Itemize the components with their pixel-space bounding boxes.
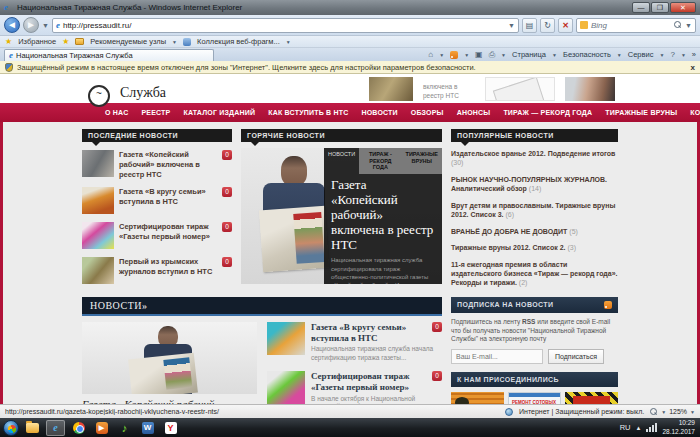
stop-button[interactable]: ✕: [558, 18, 573, 33]
nav-news[interactable]: НОВОСТИ: [361, 109, 397, 116]
nav-contacts[interactable]: КОНТАКТЫ: [690, 109, 700, 116]
taskbar-clock[interactable]: 10:29 28.12.2017: [662, 419, 697, 436]
refresh-button[interactable]: ↻: [540, 18, 555, 33]
hero-headline[interactable]: Газета «Копейский рабочий» включена в ре…: [331, 178, 436, 253]
news-title[interactable]: Сертифицирован тираж «Газеты первый номе…: [311, 371, 428, 393]
overflow-chevron[interactable]: »: [692, 50, 696, 59]
comment-badge[interactable]: 0: [222, 150, 232, 160]
taskbar-yandex-icon[interactable]: Y: [161, 420, 180, 436]
header-slide-image[interactable]: [369, 77, 413, 101]
info-bar-close-icon[interactable]: x: [691, 63, 695, 72]
popular-title[interactable]: ВРАНЬЁ ДО ДОБРА НЕ ДОВОДИТ: [451, 228, 567, 235]
featured-caption[interactable]: Газета «Копейский рабочий»: [82, 398, 257, 404]
comment-badge[interactable]: 0: [222, 257, 232, 267]
taskbar-ie-icon[interactable]: e: [46, 420, 65, 436]
history-dropdown[interactable]: ▼: [42, 22, 49, 29]
favorites-button[interactable]: Избранное: [18, 37, 56, 46]
site-logo-text[interactable]: Служба: [120, 85, 166, 101]
partner-banner[interactable]: [451, 392, 504, 404]
hero-tab-news[interactable]: НОВОСТИ: [324, 148, 359, 174]
popular-title[interactable]: Врут детям и православным. Тиражные врун…: [451, 202, 615, 218]
nav-announcements[interactable]: АНОНСЫ: [457, 109, 491, 116]
network-icon[interactable]: [646, 423, 657, 432]
zoom-control[interactable]: ▼ 125% ▼: [650, 408, 695, 416]
suggested-sites-dropdown[interactable]: ▼: [172, 39, 177, 45]
comment-badge[interactable]: 0: [432, 322, 442, 332]
nav-catalog[interactable]: КАТАЛОГ ИЗДАНИЙ: [183, 109, 255, 116]
rss-link[interactable]: RSS: [522, 318, 535, 325]
help-icon[interactable]: ?: [670, 51, 674, 59]
safety-dropdown[interactable]: ▼: [617, 52, 622, 58]
popular-title[interactable]: Издательское вранье 2012. Подведение ито…: [451, 150, 615, 157]
news-title[interactable]: Сертифицирован тираж «Газеты первый номе…: [119, 222, 217, 242]
nav-reviews[interactable]: ОБЗОРЫ: [411, 109, 444, 116]
list-item[interactable]: Тиражные вруны 2012. Список 2. (3): [451, 243, 618, 252]
address-url[interactable]: http://pressaudit.ru/: [63, 21, 505, 30]
news-section-header[interactable]: НОВОСТИ»: [82, 297, 442, 316]
web-slices-link[interactable]: Коллекция веб-фрагм...: [197, 37, 280, 46]
taskbar-media-player-icon[interactable]: ▶: [92, 420, 111, 436]
help-dropdown[interactable]: ▼: [681, 52, 686, 58]
taskbar-word-icon[interactable]: W: [138, 420, 157, 436]
nav-record-of-year[interactable]: ТИРАЖ — РЕКОРД ГОДА: [503, 109, 592, 116]
nav-how-to-join[interactable]: КАК ВСТУПИТЬ В НТС: [268, 109, 348, 116]
language-indicator[interactable]: RU: [620, 423, 631, 432]
search-box[interactable]: Bing ▼: [576, 18, 696, 33]
forward-button[interactable]: ►: [23, 17, 39, 33]
home-dropdown[interactable]: ▼: [439, 52, 444, 58]
news-thumbnail[interactable]: [267, 371, 305, 404]
tools-menu[interactable]: Сервис: [628, 50, 654, 59]
rss-dropdown[interactable]: ▼: [464, 52, 469, 58]
print-icon[interactable]: ⎙: [489, 51, 495, 59]
search-icon[interactable]: [674, 21, 682, 29]
partner-banner[interactable]: [565, 392, 618, 404]
hero-article[interactable]: НОВОСТИ ТИРАЖ - РЕКОРД ГОДА ТИРАЖНЫЕ ВРУ…: [241, 148, 442, 284]
header-slide-sketch[interactable]: [485, 77, 555, 101]
news-title[interactable]: Газета «В кругу семьи» вступила в НТС: [119, 187, 217, 207]
home-icon[interactable]: ⌂: [428, 51, 433, 59]
popular-title[interactable]: 11-я ежегодная премия в области издатель…: [451, 261, 618, 287]
compatibility-view-button[interactable]: ▤: [522, 18, 537, 33]
suggested-sites-link[interactable]: Рекомендуемые узлы: [90, 37, 166, 46]
view-dropdown[interactable]: ▼: [661, 409, 666, 415]
partner-banner[interactable]: РЕМОНТ СОТОВЫХ: [508, 392, 561, 404]
print-dropdown[interactable]: ▼: [501, 52, 506, 58]
page-dropdown[interactable]: ▼: [552, 52, 557, 58]
nav-liars[interactable]: ТИРАЖНЫЕ ВРУНЫ: [605, 109, 677, 116]
list-item[interactable]: 11-я ежегодная премия в области издатель…: [451, 260, 618, 288]
news-thumbnail[interactable]: [82, 150, 114, 177]
news-thumbnail[interactable]: [267, 322, 305, 355]
nav-about[interactable]: О НАС: [105, 109, 128, 116]
address-field[interactable]: e http://pressaudit.ru/ ▼: [52, 18, 519, 33]
add-favorite-icon[interactable]: ★: [62, 38, 69, 46]
hero-tab-record[interactable]: ТИРАЖ - РЕКОРД ГОДА: [359, 148, 401, 174]
list-item[interactable]: Сертифицирован тираж «Газеты первый номе…: [267, 371, 442, 404]
news-thumbnail[interactable]: [82, 257, 114, 284]
news-thumbnail[interactable]: [82, 222, 114, 249]
subscribe-button[interactable]: Подписаться: [548, 349, 604, 364]
news-title[interactable]: Газета «Копейский рабочий» включена в ре…: [119, 150, 217, 179]
start-button[interactable]: [3, 420, 19, 436]
news-title[interactable]: Газета «В кругу семьи» вступила в НТС: [311, 322, 428, 344]
featured-article[interactable]: Газета «Копейский рабочий»: [82, 322, 257, 404]
browser-tab[interactable]: e Национальная Тиражная Служба: [4, 49, 214, 61]
header-slide-caption[interactable]: включена в реестр НТС: [423, 83, 475, 101]
list-item[interactable]: Сертифицирован тираж «Газеты первый номе…: [82, 222, 232, 249]
header-slide-photo[interactable]: [565, 77, 615, 101]
list-item[interactable]: ВРАНЬЁ ДО ДОБРА НЕ ДОВОДИТ (5): [451, 227, 618, 236]
rss-icon[interactable]: [450, 51, 458, 59]
comment-badge[interactable]: 0: [222, 187, 232, 197]
list-item[interactable]: Газета «В кругу семьи» вступила в НТС 0: [82, 187, 232, 214]
search-dropdown[interactable]: ▼: [685, 22, 692, 29]
list-item[interactable]: Газета «Копейский рабочий» включена в ре…: [82, 150, 232, 179]
address-dropdown[interactable]: ▼: [508, 22, 515, 29]
close-button[interactable]: ✕: [670, 2, 696, 13]
rss-feed-icon[interactable]: [604, 301, 612, 309]
restore-button[interactable]: ❐: [651, 2, 669, 13]
nav-registry[interactable]: РЕЕСТР: [141, 109, 170, 116]
security-info-bar[interactable]: Защищённый режим в настоящее время отклю…: [0, 61, 700, 74]
list-item[interactable]: Первый из крымских журналов вступил в НТ…: [82, 257, 232, 284]
taskbar-music-icon[interactable]: ♪: [115, 420, 134, 436]
comment-badge[interactable]: 0: [432, 371, 442, 381]
tools-dropdown[interactable]: ▼: [659, 52, 664, 58]
